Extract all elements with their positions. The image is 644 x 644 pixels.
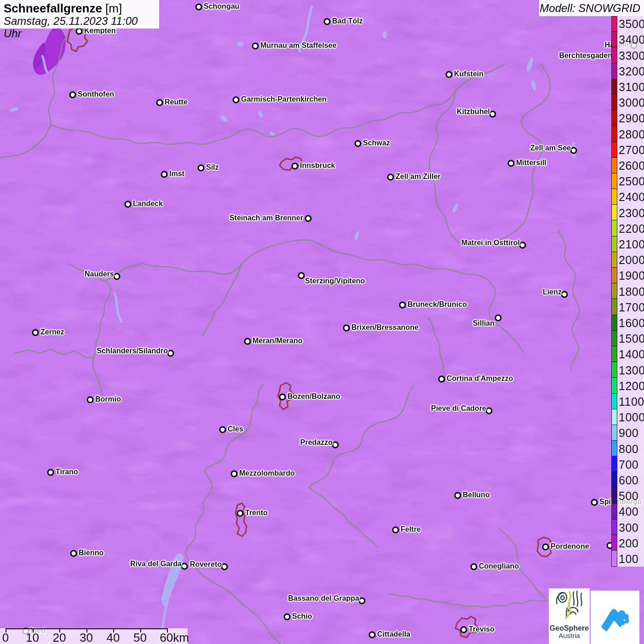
mountain-cloud-icon — [595, 598, 635, 637]
scale-label-0: 0 — [2, 631, 9, 644]
legend-cell-2700 — [611, 142, 617, 158]
legend-value-100: 100 — [619, 552, 638, 565]
legend-value-1200: 1200 — [619, 379, 644, 392]
city-label: Feltre — [401, 525, 421, 534]
legend-value-3400: 3400 — [619, 33, 644, 46]
legend-cell-2300 — [611, 205, 617, 220]
legend-cell-900 — [611, 425, 617, 441]
city-marker — [332, 442, 339, 448]
legend-value-800: 800 — [619, 442, 638, 455]
legend-value-2100: 2100 — [619, 237, 644, 251]
city-marker — [219, 426, 226, 433]
legend-cell-2600 — [611, 158, 617, 173]
city-marker — [87, 397, 94, 403]
legend-value-2200: 2200 — [619, 222, 644, 235]
legend-cell-200 — [611, 535, 617, 551]
city-label: Imst — [169, 170, 184, 178]
city-label: Matrei in Osttirol — [461, 239, 520, 247]
city-marker — [369, 632, 376, 638]
legend-cell-1200 — [611, 378, 617, 393]
model-label: Modell: SNOWGRID — [540, 2, 640, 15]
city-label: Cortina d'Ampezzo — [447, 374, 513, 383]
legend-value-1400: 1400 — [619, 348, 644, 361]
city-label: Schwaz — [363, 139, 390, 147]
legend-cell-2000 — [611, 252, 617, 268]
legend-value-1600: 1600 — [619, 316, 644, 329]
geosphere-logo-subtext: Austria — [549, 632, 590, 639]
city-label: Bassano del Grappa — [288, 594, 359, 603]
legend-value-2300: 2300 — [619, 206, 644, 219]
city-marker — [32, 329, 39, 336]
legend-cell-2100 — [611, 236, 617, 252]
scale-label-20: 20 — [53, 631, 66, 644]
legend-cell-3500 — [611, 16, 617, 32]
legend-value-1500: 1500 — [619, 332, 644, 345]
city-marker — [221, 564, 228, 570]
city-label: Trento — [245, 509, 268, 517]
legend-cell-1000 — [611, 409, 617, 425]
city-label: Brixen/Bressanone — [351, 323, 419, 332]
scale-label-30: 30 — [80, 631, 93, 644]
city-marker — [198, 165, 205, 172]
city-marker — [279, 394, 286, 401]
city-marker — [471, 564, 477, 570]
legend-value-700: 700 — [619, 458, 638, 471]
legend-cell-1100 — [611, 394, 617, 409]
city-marker — [114, 273, 121, 280]
city-label: Meran/Merano — [253, 337, 302, 345]
city-marker — [392, 527, 399, 534]
legend-cell-2400 — [611, 189, 617, 205]
city-marker — [561, 291, 568, 298]
legend-cell-3000 — [611, 95, 617, 110]
city-label: Bad Tölz — [332, 17, 363, 25]
city-marker — [298, 272, 305, 279]
legend-cell-1600 — [611, 315, 617, 331]
legend-cell-3100 — [611, 79, 617, 95]
city-label: Sonthofen — [78, 90, 114, 98]
legend-value-1700: 1700 — [619, 300, 644, 314]
city-label: Belluno — [463, 491, 490, 499]
legend-value-3300: 3300 — [619, 49, 644, 62]
legend-cell-500 — [611, 488, 617, 504]
city-marker — [343, 325, 350, 332]
legend-value-200: 200 — [619, 536, 638, 550]
city-marker — [305, 215, 312, 222]
city-label: Pieve di Cadore — [431, 404, 486, 413]
city-label: Kitzbühel — [457, 108, 490, 116]
map-title-unit: [m] — [105, 1, 122, 15]
city-label: Zell am See — [530, 144, 571, 152]
city-label: Cles — [228, 425, 243, 433]
city-label: Berchtesgaden — [559, 52, 612, 60]
city-label: Bruneck/Brunico — [408, 300, 467, 309]
city-label: Sillian — [473, 319, 494, 328]
legend-value-2800: 2800 — [619, 127, 644, 141]
legend-value-1800: 1800 — [619, 285, 644, 298]
legend-value-2400: 2400 — [619, 190, 644, 204]
legend-cell-3200 — [611, 63, 617, 79]
city-marker — [161, 171, 168, 178]
legend-value-600: 600 — [619, 473, 638, 487]
city-marker — [454, 492, 461, 499]
geosphere-logo-text: GeoSphere — [549, 624, 590, 632]
legend-cell-2200 — [611, 220, 617, 236]
city-label: Cittadella — [377, 630, 410, 638]
legend-cell-100 — [611, 551, 617, 566]
city-label: Silz — [206, 163, 219, 172]
city-label: Murnau am Staffelsee — [260, 41, 336, 50]
city-label: Treviso — [469, 625, 494, 633]
snowfall-limit-map: SchongauBad TölzKemptenMurnau am Staffel… — [0, 0, 644, 644]
city-marker — [446, 71, 453, 78]
city-marker — [237, 510, 244, 517]
legend-value-1900: 1900 — [619, 269, 644, 282]
legend-cell-2500 — [611, 173, 617, 189]
city-marker — [486, 408, 493, 414]
city-marker — [244, 338, 251, 345]
legend-cell-1400 — [611, 346, 617, 362]
legend-cell-700 — [611, 456, 617, 472]
city-label: Reutte — [165, 98, 188, 106]
legend-cell-1500 — [611, 331, 617, 346]
city-marker — [324, 18, 331, 25]
city-label: Bormio — [95, 395, 121, 403]
legend-value-500: 500 — [619, 489, 638, 503]
city-marker — [519, 242, 526, 249]
